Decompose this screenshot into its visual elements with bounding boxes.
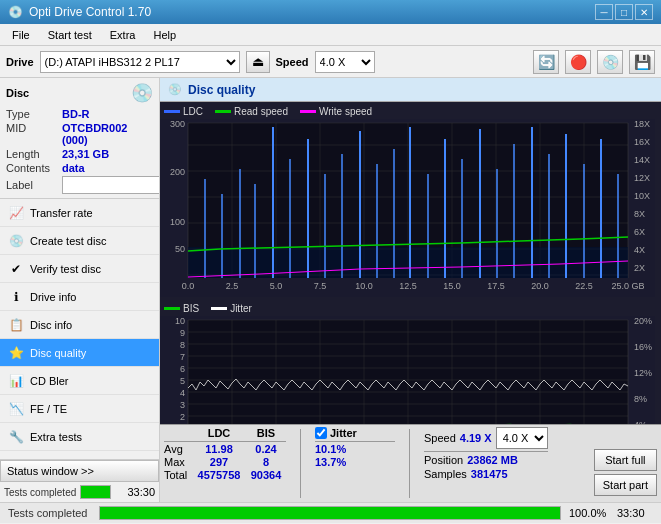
title-bar-title: 💿 Opti Drive Control 1.70	[8, 5, 151, 19]
samples-value: 381475	[471, 468, 508, 480]
stats-empty-header	[164, 427, 192, 439]
sidebar-item-verify-test-disc[interactable]: ✔ Verify test disc	[0, 255, 159, 283]
sidebar-item-drive-info[interactable]: ℹ Drive info	[0, 283, 159, 311]
samples-row: Samples 381475	[424, 468, 548, 480]
start-full-button[interactable]: Start full	[594, 449, 657, 471]
disc-label-input[interactable]	[62, 176, 160, 194]
ldc-header: LDC	[194, 427, 244, 439]
ldc-total-value: 4575758	[194, 469, 244, 481]
bottom-chart-container: 10 9 8 7 6 5 4 3 2 1 20% 16% 12% 8% 4%	[160, 316, 661, 424]
svg-text:4X: 4X	[634, 245, 645, 255]
bis-avg-value: 0.24	[246, 443, 286, 455]
svg-text:50: 50	[175, 244, 185, 254]
sidebar-item-create-test-disc[interactable]: 💿 Create test disc	[0, 227, 159, 255]
speed-select[interactable]: 4.0 X	[315, 51, 375, 73]
legend-ldc: LDC	[164, 106, 203, 117]
sidebar-item-transfer-rate[interactable]: 📈 Transfer rate	[0, 199, 159, 227]
svg-text:18X: 18X	[634, 119, 650, 129]
svg-text:12%: 12%	[634, 368, 652, 378]
status-label: Tests completed	[4, 487, 76, 498]
sidebar-item-extra-tests[interactable]: 🔧 Extra tests	[0, 423, 159, 451]
bottom-progress-pct: 100.0%	[569, 507, 609, 519]
disc-mid-row: MID OTCBDR002 (000)	[6, 122, 153, 146]
disc-panel: Disc 💿 Type BD-R MID OTCBDR002 (000) Len…	[0, 78, 159, 199]
disc-info-icon: 📋	[8, 317, 24, 333]
sidebar-item-disc-info[interactable]: 📋 Disc info	[0, 311, 159, 339]
sidebar-item-disc-quality[interactable]: ⭐ Disc quality	[0, 339, 159, 367]
bottom-chart-svg: 10 9 8 7 6 5 4 3 2 1 20% 16% 12% 8% 4%	[160, 316, 655, 424]
menu-start-test[interactable]: Start test	[40, 27, 100, 43]
verify-test-disc-label: Verify test disc	[30, 263, 101, 275]
drive-select[interactable]: (D:) ATAPI iHBS312 2 PL17	[40, 51, 240, 73]
svg-text:17.5: 17.5	[487, 281, 505, 291]
maximize-button[interactable]: □	[615, 4, 633, 20]
samples-label: Samples	[424, 468, 467, 480]
bis-header: BIS	[246, 427, 286, 439]
bis-max-value: 8	[246, 456, 286, 468]
position-label: Position	[424, 454, 463, 466]
speed-row: Speed 4.19 X 4.0 X	[424, 427, 548, 452]
title-bar-controls: ─ □ ✕	[595, 4, 653, 20]
close-button[interactable]: ✕	[635, 4, 653, 20]
speed-stat-value: 4.19 X	[460, 432, 492, 444]
eject-button[interactable]: ⏏	[246, 51, 270, 73]
minimize-button[interactable]: ─	[595, 4, 613, 20]
disc-type-label: Type	[6, 108, 58, 120]
refresh-button[interactable]: 🔄	[533, 50, 559, 74]
disc-type-row: Type BD-R	[6, 108, 153, 120]
disc-contents-value: data	[62, 162, 85, 174]
status-window-button[interactable]: Status window >>	[0, 460, 159, 482]
stats-divider-1	[300, 429, 301, 498]
speed-stat-select[interactable]: 4.0 X	[496, 427, 548, 449]
svg-text:300: 300	[170, 119, 185, 129]
menu-file[interactable]: File	[4, 27, 38, 43]
disc-mid-label: MID	[6, 122, 58, 146]
svg-text:10.0: 10.0	[355, 281, 373, 291]
disc-length-label: Length	[6, 148, 58, 160]
content-area: 💿 Disc quality LDC Read speed	[160, 78, 661, 502]
progress-bar-outer	[80, 485, 111, 499]
jitter-label: Jitter	[330, 427, 357, 439]
main-content: Disc 💿 Type BD-R MID OTCBDR002 (000) Len…	[0, 78, 661, 502]
read-speed-color	[215, 110, 231, 113]
ldc-bis-stats: LDC BIS Avg 11.98 0.24 Max 297 8 Total 4…	[164, 427, 286, 500]
stats-section: LDC BIS Avg 11.98 0.24 Max 297 8 Total 4…	[160, 424, 661, 502]
disc-button[interactable]: 💿	[597, 50, 623, 74]
burn-button[interactable]: 🔴	[565, 50, 591, 74]
bottom-progress-time: 33:30	[617, 507, 657, 519]
progress-area: Tests completed 33:30	[0, 482, 159, 502]
svg-text:8%: 8%	[634, 394, 647, 404]
svg-text:10: 10	[175, 316, 185, 326]
avg-row: Avg 11.98 0.24	[164, 443, 286, 455]
disc-contents-label: Contents	[6, 162, 58, 174]
legend-jitter: Jitter	[211, 303, 252, 314]
sidebar-item-fe-te[interactable]: 📉 FE / TE	[0, 395, 159, 423]
svg-text:15.0: 15.0	[443, 281, 461, 291]
start-part-button[interactable]: Start part	[594, 474, 657, 496]
svg-text:9: 9	[180, 328, 185, 338]
stats-header-row: LDC BIS	[164, 427, 286, 442]
avg-label: Avg	[164, 443, 192, 455]
svg-text:0.0: 0.0	[182, 281, 195, 291]
save-button[interactable]: 💾	[629, 50, 655, 74]
jitter-checkbox[interactable]	[315, 427, 327, 439]
svg-text:12.5: 12.5	[399, 281, 417, 291]
disc-label-label: Label	[6, 179, 58, 191]
bis-total-value: 90364	[246, 469, 286, 481]
bottom-strip: Tests completed 100.0% 33:30	[0, 502, 661, 523]
svg-text:7: 7	[180, 352, 185, 362]
create-test-disc-label: Create test disc	[30, 235, 106, 247]
svg-text:25.0 GB: 25.0 GB	[611, 281, 644, 291]
svg-text:2: 2	[180, 412, 185, 422]
sidebar-item-cd-bler[interactable]: 📊 CD Bler	[0, 367, 159, 395]
cd-bler-icon: 📊	[8, 373, 24, 389]
disc-length-row: Length 23,31 GB	[6, 148, 153, 160]
bottom-chart-legend: BIS Jitter	[160, 299, 661, 316]
legend-write-speed: Write speed	[300, 106, 372, 117]
svg-text:8: 8	[180, 340, 185, 350]
svg-text:16%: 16%	[634, 342, 652, 352]
menu-help[interactable]: Help	[145, 27, 184, 43]
bottom-progress-bar-outer	[99, 506, 561, 520]
menu-extra[interactable]: Extra	[102, 27, 144, 43]
svg-text:6X: 6X	[634, 227, 645, 237]
